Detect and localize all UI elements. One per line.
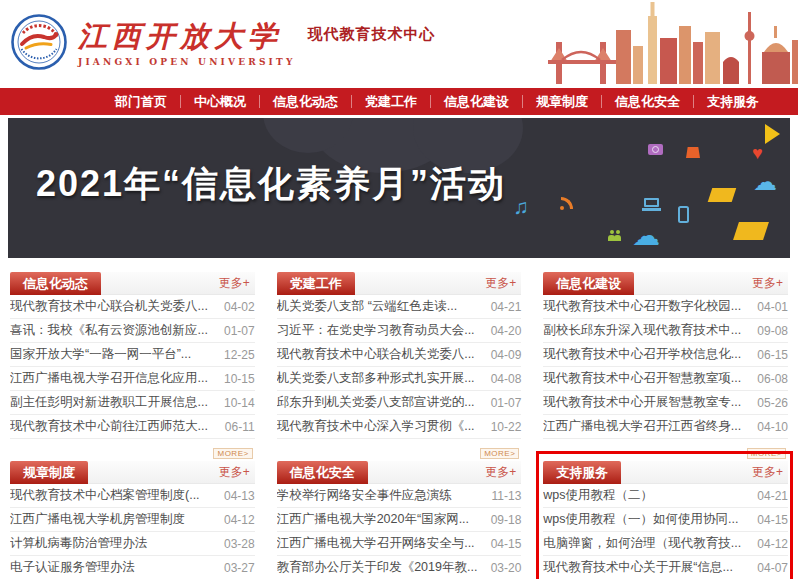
news-item[interactable]: 现代教育技术中心关于开展“信息... 04-07 [543, 556, 788, 579]
more-link[interactable]: 更多+ [752, 464, 783, 481]
nav-item-5[interactable]: 信息化建设 [431, 93, 522, 111]
news-item-title[interactable]: 机关党委八支部 “云端红色走读... [277, 298, 458, 315]
more-link[interactable]: 更多+ [485, 464, 516, 481]
rss-icon [560, 196, 574, 210]
news-item[interactable]: 计算机病毒防治管理办法 03-28 [10, 532, 255, 556]
news-item[interactable]: 机关党委八支部 “云端红色走读... 04-21 [277, 295, 522, 319]
banner[interactable]: 2021年“信息化素养月”活动 ♥♫☁☁ [8, 118, 790, 258]
news-item[interactable]: 现代教育技术中心召开学校信息化... 06-15 [543, 343, 788, 367]
nav-item-6[interactable]: 规章制度 [523, 93, 601, 111]
news-item[interactable]: 习近平：在党史学习教育动员大会... 04-20 [277, 319, 522, 343]
department-title: 现代教育技术中心 [308, 25, 436, 44]
news-item[interactable]: 现代教育技术中心前往江西师范大... 06-11 [10, 415, 255, 439]
news-item-title[interactable]: 现代教育技术中心档案管理制度(... [10, 487, 200, 504]
section-title-badge[interactable]: 信息化动态 [10, 272, 101, 295]
news-item-title[interactable]: 副主任彭明对新进教职工开展信息... [10, 394, 208, 411]
news-item-title[interactable]: 现代教育技术中心关于开展“信息... [543, 559, 733, 576]
news-item[interactable]: 现代教育技术中心档案管理制度(... 04-13 [10, 484, 255, 508]
news-item-title[interactable]: wps使用教程（二） [543, 487, 653, 504]
news-item-title[interactable]: 现代教育技术中心召开学校信息化... [543, 346, 741, 363]
news-item-title[interactable]: 江西广播电视大学召开信息化应用... [10, 370, 208, 387]
news-item[interactable]: 江西广播电视大学召开网络安全与... 04-15 [277, 532, 522, 556]
news-item-title[interactable]: 江西广播电视大学召开网络安全与... [277, 535, 475, 552]
news-item-title[interactable]: 教育部办公厅关于印发《2019年教... [277, 559, 478, 576]
section-header: 党建工作 更多+ [277, 272, 522, 295]
nav-item-7[interactable]: 信息化安全 [602, 93, 693, 111]
university-logo-icon[interactable] [10, 13, 68, 75]
play-next-icon[interactable] [765, 124, 780, 144]
more-button[interactable]: MORE> [747, 448, 786, 459]
news-item[interactable]: 机关党委八支部多种形式扎实开展... 04-08 [277, 367, 522, 391]
news-item-title[interactable]: 电子认证服务管理办法 [10, 559, 135, 576]
news-item-title[interactable]: 现代教育技术中心召开数字化校园... [543, 298, 741, 315]
more-button[interactable]: MORE> [213, 448, 252, 459]
basket-icon [686, 147, 700, 158]
news-item[interactable]: 现代教育技术中心召开智慧教室项... 06-08 [543, 367, 788, 391]
nav-item-3[interactable]: 信息化动态 [260, 93, 351, 111]
news-item-date: 05-26 [751, 396, 788, 410]
news-item[interactable]: 国家开放大学“一路一网一平台”... 12-25 [10, 343, 255, 367]
nav-item-2[interactable]: 中心概况 [181, 93, 259, 111]
news-item-date: 04-12 [751, 537, 788, 551]
nav-item-4[interactable]: 党建工作 [352, 93, 430, 111]
more-button[interactable]: MORE> [480, 448, 519, 459]
news-item[interactable]: 学校举行网络安全事件应急演练 11-13 [277, 484, 522, 508]
news-item-title[interactable]: 现代教育技术中心联合机关党委八... [277, 346, 475, 363]
news-item-date: 03-28 [218, 537, 255, 551]
news-item-title[interactable]: 喜讯：我校《私有云资源池创新应... [10, 322, 208, 339]
news-item-date: 04-13 [218, 489, 255, 503]
news-item[interactable]: 江西广播电视大学机房管理制度 04-12 [10, 508, 255, 532]
news-item[interactable]: 现代教育技术中心召开数字化校园... 04-01 [543, 295, 788, 319]
news-item[interactable]: 副主任彭明对新进教职工开展信息... 10-14 [10, 391, 255, 415]
section-title-badge[interactable]: 信息化安全 [277, 461, 368, 484]
news-item[interactable]: 电脑弹窗，如何治理（现代教育技... 04-12 [543, 532, 788, 556]
news-item-title[interactable]: 邱东升到机关党委八支部宣讲党的... [277, 394, 475, 411]
news-item-date: 06-08 [751, 372, 788, 386]
news-item-title[interactable]: 学校举行网络安全事件应急演练 [277, 487, 452, 504]
news-item[interactable]: 邱东升到机关党委八支部宣讲党的... 01-07 [277, 391, 522, 415]
news-item-date: 06-15 [751, 348, 788, 362]
wavy-cloud-icon: ☁ [753, 170, 777, 194]
news-item-title[interactable]: 国家开放大学“一路一网一平台”... [10, 346, 191, 363]
news-item-title[interactable]: 计算机病毒防治管理办法 [10, 535, 148, 552]
news-item[interactable]: 现代教育技术中心开展智慧教室专... 05-26 [543, 391, 788, 415]
news-item-title[interactable]: 副校长邱东升深入现代教育技术中... [543, 322, 741, 339]
nav-item-1[interactable]: 部门首页 [102, 93, 180, 111]
news-item[interactable]: 副校长邱东升深入现代教育技术中... 09-08 [543, 319, 788, 343]
news-item-title[interactable]: 现代教育技术中心召开智慧教室项... [543, 370, 741, 387]
news-item-title[interactable]: wps使用教程（一）如何使用协同... [543, 511, 738, 528]
section-title-badge[interactable]: 规章制度 [10, 461, 88, 484]
news-item[interactable]: 喜讯：我校《私有云资源池创新应... 01-07 [10, 319, 255, 343]
news-item[interactable]: 江西广播电视大学召开信息化应用... 10-15 [10, 367, 255, 391]
news-item-title[interactable]: 电脑弹窗，如何治理（现代教育技... [543, 535, 741, 552]
news-item[interactable]: 教育部办公厅关于印发《2019年教... 03-20 [277, 556, 522, 579]
news-item-title[interactable]: 江西广播电视大学机房管理制度 [10, 511, 185, 528]
section-title-badge[interactable]: 党建工作 [277, 272, 355, 295]
more-link[interactable]: 更多+ [752, 275, 783, 292]
news-item-title[interactable]: 现代教育技术中心深入学习贯彻《... [277, 418, 475, 435]
more-link[interactable]: 更多+ [219, 275, 250, 292]
news-item-title[interactable]: 机关党委八支部多种形式扎实开展... [277, 370, 475, 387]
news-item[interactable]: 现代教育技术中心联合机关党委八... 04-09 [277, 343, 522, 367]
nav-item-8[interactable]: 支持服务 [694, 93, 772, 111]
laptop-icon [644, 198, 659, 207]
news-item[interactable]: 现代教育技术中心深入学习贯彻《... 10-22 [277, 415, 522, 439]
news-item-title[interactable]: 江西广播电视大学召开江西省终身... [543, 418, 741, 435]
news-item-title[interactable]: 现代教育技术中心前往江西师范大... [10, 418, 208, 435]
news-item-title[interactable]: 习近平：在党史学习教育动员大会... [277, 322, 475, 339]
news-item-title[interactable]: 现代教育技术中心联合机关党委八... [10, 298, 208, 315]
news-item[interactable]: 电子认证服务管理办法 03-27 [10, 556, 255, 579]
news-item[interactable]: wps使用教程（二） 04-21 [543, 484, 788, 508]
section-title-badge[interactable]: 信息化建设 [543, 272, 634, 295]
news-item-title[interactable]: 江西广播电视大学2020年“国家网... [277, 511, 469, 528]
news-item-title[interactable]: 现代教育技术中心开展智慧教室专... [543, 394, 741, 411]
section-header: 信息化动态 更多+ [10, 272, 255, 295]
more-link[interactable]: 更多+ [219, 464, 250, 481]
brand-block[interactable]: 江西开放大学 JIANGXI OPEN UNIVERSITY [78, 21, 296, 67]
news-item[interactable]: wps使用教程（一）如何使用协同... 04-15 [543, 508, 788, 532]
section-title-badge[interactable]: 支持服务 [543, 461, 621, 484]
news-item[interactable]: 江西广播电视大学召开江西省终身... 04-10 [543, 415, 788, 439]
news-item[interactable]: 江西广播电视大学2020年“国家网... 09-18 [277, 508, 522, 532]
news-item[interactable]: 现代教育技术中心联合机关党委八... 04-02 [10, 295, 255, 319]
more-link[interactable]: 更多+ [485, 275, 516, 292]
